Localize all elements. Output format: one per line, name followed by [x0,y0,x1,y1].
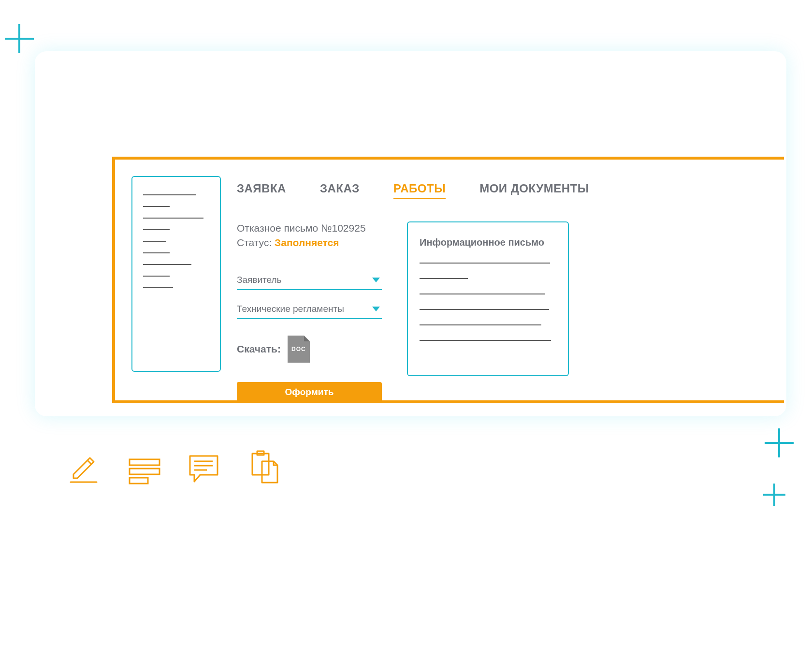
sidebar-item[interactable] [143,264,191,265]
info-line [420,324,541,325]
svg-rect-2 [130,478,148,484]
info-panel-title: Информационное письмо [420,237,556,248]
plus-decoration-r1 [765,428,794,457]
sidebar-item[interactable] [143,287,173,288]
info-line [420,340,551,341]
info-panel-lines [420,263,556,341]
list-icon[interactable] [128,456,161,485]
sidebar-list [131,176,221,372]
info-line [420,278,468,279]
info-panel: Информационное письмо [407,221,569,376]
sidebar-item[interactable] [143,194,196,195]
download-label: Скачать: [237,343,281,355]
tab-my-documents[interactable]: МОИ ДОКУМЕНТЫ [479,182,589,195]
tab-application[interactable]: ЗАЯВКА [237,182,286,195]
pencil-icon[interactable] [68,452,102,485]
sidebar-item[interactable] [143,218,203,219]
info-line [420,309,549,310]
download-doc-button[interactable]: DOC [288,336,310,363]
applicant-select-label: Заявитель [237,275,281,285]
tab-order[interactable]: ЗАКАЗ [320,182,360,195]
svg-rect-1 [130,469,160,474]
chevron-down-icon [372,307,380,311]
sidebar-item[interactable] [143,276,170,277]
doc-format-label: DOC [291,346,306,352]
sidebar-item[interactable] [143,241,166,242]
chevron-down-icon [372,278,380,282]
info-line [420,263,550,264]
tech-regs-select-label: Технические регламенты [237,304,344,314]
sidebar-item[interactable] [143,252,170,253]
info-line [420,294,545,294]
bottom-toolbar [68,450,281,485]
status-label: Статус: [237,237,272,248]
plus-decoration-r2 [763,484,785,506]
tab-works[interactable]: РАБОТЫ [393,182,446,195]
applicant-select[interactable]: Заявитель [237,272,382,290]
tech-regs-select[interactable]: Технические регламенты [237,301,382,319]
submit-button[interactable]: Оформить [237,382,382,402]
tabs-row: ЗАЯВКА ЗАКАЗ РАБОТЫ МОИ ДОКУМЕНТЫ [237,182,585,195]
chat-icon[interactable] [188,454,221,485]
plus-decoration-tl [5,24,34,53]
copy-icon[interactable] [247,450,281,485]
sidebar-item[interactable] [143,206,170,207]
status-value: Заполняется [275,237,339,248]
sidebar-item[interactable] [143,229,170,230]
app-card: ЗАЯВКА ЗАКАЗ РАБОТЫ МОИ ДОКУМЕНТЫ Отказн… [35,51,786,416]
svg-rect-0 [130,459,160,465]
